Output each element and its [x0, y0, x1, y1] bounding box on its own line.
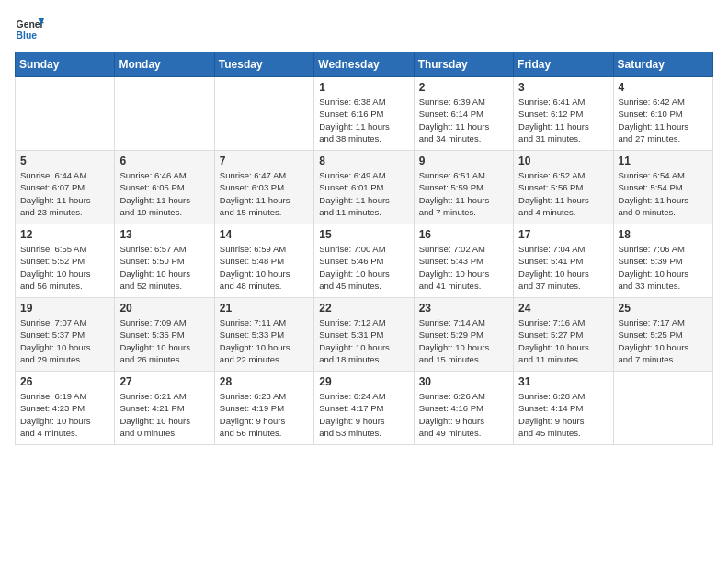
day-info: Sunrise: 6:59 AM Sunset: 5:48 PM Dayligh… — [220, 243, 309, 292]
calendar-week-row: 26Sunrise: 6:19 AM Sunset: 4:23 PM Dayli… — [16, 372, 713, 445]
day-info: Sunrise: 7:12 AM Sunset: 5:31 PM Dayligh… — [319, 316, 408, 365]
day-info: Sunrise: 6:23 AM Sunset: 4:19 PM Dayligh… — [220, 390, 309, 439]
day-number: 30 — [419, 375, 508, 388]
calendar-day-7: 7Sunrise: 6:47 AM Sunset: 6:03 PM Daylig… — [214, 151, 313, 224]
day-number: 8 — [319, 155, 408, 167]
day-header-monday: Monday — [115, 52, 214, 77]
day-number: 22 — [319, 302, 408, 315]
day-number: 18 — [619, 228, 708, 241]
day-info: Sunrise: 6:44 AM Sunset: 6:07 PM Dayligh… — [20, 169, 109, 218]
day-number: 1 — [319, 81, 408, 94]
day-number: 6 — [119, 155, 209, 167]
day-info: Sunrise: 6:49 AM Sunset: 6:01 PM Dayligh… — [319, 169, 408, 218]
calendar-day-14: 14Sunrise: 6:59 AM Sunset: 5:48 PM Dayli… — [214, 224, 313, 298]
calendar-day-27: 27Sunrise: 6:21 AM Sunset: 4:21 PM Dayli… — [115, 372, 214, 445]
day-info: Sunrise: 6:46 AM Sunset: 6:05 PM Dayligh… — [119, 169, 209, 218]
calendar-day-10: 10Sunrise: 6:52 AM Sunset: 5:56 PM Dayli… — [514, 151, 613, 224]
day-number: 14 — [220, 228, 309, 241]
calendar-day-23: 23Sunrise: 7:14 AM Sunset: 5:29 PM Dayli… — [414, 298, 513, 372]
day-info: Sunrise: 7:09 AM Sunset: 5:35 PM Dayligh… — [119, 316, 209, 365]
calendar-day-8: 8Sunrise: 6:49 AM Sunset: 6:01 PM Daylig… — [314, 151, 414, 224]
day-number: 25 — [619, 302, 708, 315]
day-info: Sunrise: 7:11 AM Sunset: 5:33 PM Dayligh… — [220, 316, 309, 365]
calendar-day-31: 31Sunrise: 6:28 AM Sunset: 4:14 PM Dayli… — [514, 372, 613, 445]
day-info: Sunrise: 6:55 AM Sunset: 5:52 PM Dayligh… — [20, 243, 109, 292]
calendar-empty-cell — [115, 77, 214, 151]
day-number: 27 — [119, 375, 209, 388]
day-info: Sunrise: 6:19 AM Sunset: 4:23 PM Dayligh… — [20, 390, 109, 439]
calendar-table: SundayMondayTuesdayWednesdayThursdayFrid… — [15, 52, 713, 445]
day-header-friday: Friday — [514, 52, 613, 77]
logo-icon: General Blue — [15, 15, 44, 44]
day-header-wednesday: Wednesday — [314, 52, 414, 77]
day-number: 12 — [20, 228, 109, 241]
day-number: 13 — [119, 228, 209, 241]
day-number: 17 — [518, 228, 608, 241]
calendar-day-20: 20Sunrise: 7:09 AM Sunset: 5:35 PM Dayli… — [115, 298, 214, 372]
day-info: Sunrise: 6:54 AM Sunset: 5:54 PM Dayligh… — [619, 169, 708, 218]
calendar-header-row: SundayMondayTuesdayWednesdayThursdayFrid… — [16, 52, 713, 77]
day-number: 5 — [20, 155, 109, 167]
day-header-tuesday: Tuesday — [214, 52, 313, 77]
calendar-day-28: 28Sunrise: 6:23 AM Sunset: 4:19 PM Dayli… — [214, 372, 313, 445]
day-number: 26 — [20, 375, 109, 388]
calendar-day-25: 25Sunrise: 7:17 AM Sunset: 5:25 PM Dayli… — [613, 298, 712, 372]
calendar-day-3: 3Sunrise: 6:41 AM Sunset: 6:12 PM Daylig… — [514, 77, 613, 151]
day-header-saturday: Saturday — [613, 52, 712, 77]
page-header: General Blue — [15, 15, 713, 44]
calendar-day-16: 16Sunrise: 7:02 AM Sunset: 5:43 PM Dayli… — [414, 224, 513, 298]
calendar-day-12: 12Sunrise: 6:55 AM Sunset: 5:52 PM Dayli… — [16, 224, 115, 298]
calendar-empty-cell — [214, 77, 313, 151]
calendar-day-29: 29Sunrise: 6:24 AM Sunset: 4:17 PM Dayli… — [314, 372, 414, 445]
day-number: 31 — [518, 375, 608, 388]
day-info: Sunrise: 7:02 AM Sunset: 5:43 PM Dayligh… — [419, 243, 508, 292]
day-info: Sunrise: 6:39 AM Sunset: 6:14 PM Dayligh… — [419, 96, 508, 144]
day-info: Sunrise: 6:52 AM Sunset: 5:56 PM Dayligh… — [518, 169, 608, 218]
day-info: Sunrise: 6:26 AM Sunset: 4:16 PM Dayligh… — [419, 390, 508, 439]
calendar-day-13: 13Sunrise: 6:57 AM Sunset: 5:50 PM Dayli… — [115, 224, 214, 298]
calendar-day-5: 5Sunrise: 6:44 AM Sunset: 6:07 PM Daylig… — [16, 151, 115, 224]
calendar-day-9: 9Sunrise: 6:51 AM Sunset: 5:59 PM Daylig… — [414, 151, 513, 224]
day-number: 21 — [220, 302, 309, 315]
day-info: Sunrise: 7:00 AM Sunset: 5:46 PM Dayligh… — [319, 243, 408, 292]
day-header-thursday: Thursday — [414, 52, 513, 77]
calendar-day-22: 22Sunrise: 7:12 AM Sunset: 5:31 PM Dayli… — [314, 298, 414, 372]
day-info: Sunrise: 6:47 AM Sunset: 6:03 PM Dayligh… — [220, 169, 309, 218]
day-number: 9 — [419, 155, 508, 167]
logo: General Blue — [15, 15, 48, 44]
day-number: 15 — [319, 228, 408, 241]
calendar-day-6: 6Sunrise: 6:46 AM Sunset: 6:05 PM Daylig… — [115, 151, 214, 224]
day-info: Sunrise: 7:14 AM Sunset: 5:29 PM Dayligh… — [419, 316, 508, 365]
calendar-week-row: 12Sunrise: 6:55 AM Sunset: 5:52 PM Dayli… — [16, 224, 713, 298]
calendar-week-row: 5Sunrise: 6:44 AM Sunset: 6:07 PM Daylig… — [16, 151, 713, 224]
calendar-day-21: 21Sunrise: 7:11 AM Sunset: 5:33 PM Dayli… — [214, 298, 313, 372]
calendar-week-row: 1Sunrise: 6:38 AM Sunset: 6:16 PM Daylig… — [16, 77, 713, 151]
calendar-day-24: 24Sunrise: 7:16 AM Sunset: 5:27 PM Dayli… — [514, 298, 613, 372]
calendar-day-1: 1Sunrise: 6:38 AM Sunset: 6:16 PM Daylig… — [314, 77, 414, 151]
day-number: 11 — [619, 155, 708, 167]
calendar-day-15: 15Sunrise: 7:00 AM Sunset: 5:46 PM Dayli… — [314, 224, 414, 298]
day-number: 19 — [20, 302, 109, 315]
calendar-week-row: 19Sunrise: 7:07 AM Sunset: 5:37 PM Dayli… — [16, 298, 713, 372]
day-number: 23 — [419, 302, 508, 315]
calendar-day-2: 2Sunrise: 6:39 AM Sunset: 6:14 PM Daylig… — [414, 77, 513, 151]
day-number: 28 — [220, 375, 309, 388]
calendar-day-11: 11Sunrise: 6:54 AM Sunset: 5:54 PM Dayli… — [613, 151, 712, 224]
day-number: 2 — [419, 81, 508, 94]
day-info: Sunrise: 6:57 AM Sunset: 5:50 PM Dayligh… — [119, 243, 209, 292]
calendar-day-17: 17Sunrise: 7:04 AM Sunset: 5:41 PM Dayli… — [514, 224, 613, 298]
day-info: Sunrise: 7:04 AM Sunset: 5:41 PM Dayligh… — [518, 243, 608, 292]
day-info: Sunrise: 7:16 AM Sunset: 5:27 PM Dayligh… — [518, 316, 608, 365]
calendar-empty-cell — [613, 372, 712, 445]
day-info: Sunrise: 6:38 AM Sunset: 6:16 PM Dayligh… — [319, 96, 408, 144]
day-number: 3 — [518, 81, 608, 94]
calendar-day-4: 4Sunrise: 6:42 AM Sunset: 6:10 PM Daylig… — [613, 77, 712, 151]
calendar-empty-cell — [16, 77, 115, 151]
day-header-sunday: Sunday — [16, 52, 115, 77]
calendar-day-30: 30Sunrise: 6:26 AM Sunset: 4:16 PM Dayli… — [414, 372, 513, 445]
day-number: 29 — [319, 375, 408, 388]
day-info: Sunrise: 6:28 AM Sunset: 4:14 PM Dayligh… — [518, 390, 608, 439]
day-info: Sunrise: 6:21 AM Sunset: 4:21 PM Dayligh… — [119, 390, 209, 439]
calendar-day-19: 19Sunrise: 7:07 AM Sunset: 5:37 PM Dayli… — [16, 298, 115, 372]
day-number: 20 — [119, 302, 209, 315]
